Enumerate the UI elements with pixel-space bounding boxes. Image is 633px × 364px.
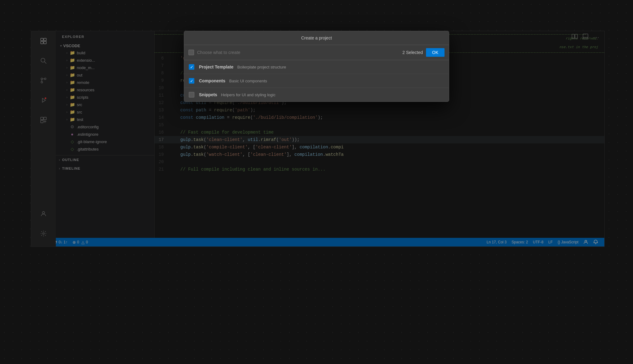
snippets-content: Snippets Helpers for UI and styling logi… [199,92,275,97]
dialog-item-project-template[interactable]: ✓ Project Template Boilerplate project s… [184,60,449,74]
selected-count: 2 Selected [403,50,423,55]
project-template-content: Project Template Boilerplate project str… [199,64,286,70]
select-all-checkbox[interactable] [188,50,194,55]
dialog-ok-button[interactable]: OK [426,48,445,57]
checkbox-checked-icon: ✓ [189,78,194,84]
project-template-checkbox[interactable]: ✓ [188,64,195,70]
project-template-name: Project Template [199,64,234,69]
dialog-item-snippets[interactable]: Snippets Helpers for UI and styling logi… [184,88,449,101]
create-project-dialog: Create a project 2 Selected OK ✓ Project… [184,31,449,102]
components-name: Components [199,78,225,83]
checkbox-unchecked-icon [189,92,194,97]
dialog-item-components[interactable]: ✓ Components Basic UI components [184,74,449,88]
snippets-name: Snippets [199,92,217,97]
checkbox-checked-icon: ✓ [189,64,194,70]
snippets-desc: Helpers for UI and styling logic [221,93,275,97]
dialog-title: Create a project [184,31,449,45]
dialog-search-input[interactable] [197,50,399,55]
snippets-checkbox[interactable] [188,92,195,98]
components-desc: Basic UI components [229,79,267,83]
dialog-search-row: 2 Selected OK [184,45,449,60]
components-content: Components Basic UI components [199,78,267,84]
project-template-desc: Boilerplate project structure [237,65,286,69]
components-checkbox[interactable]: ✓ [188,78,195,84]
